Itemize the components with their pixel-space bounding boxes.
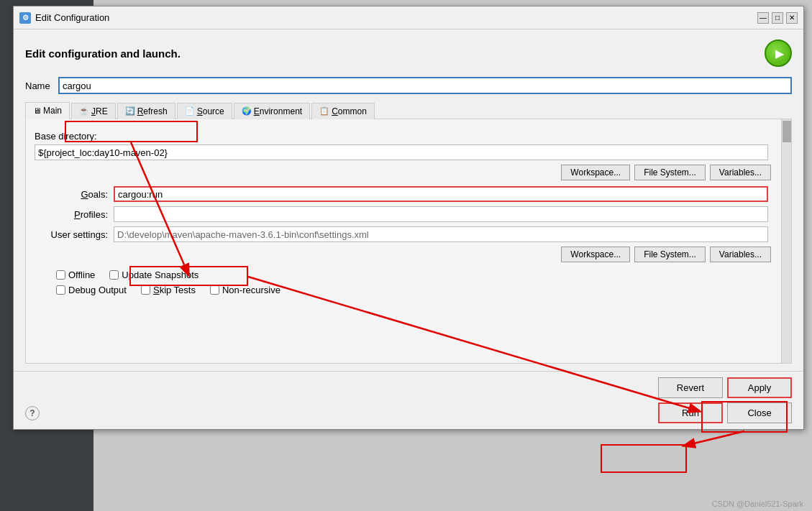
run-button[interactable]: Run (658, 402, 723, 423)
non-recursive-checkbox[interactable] (210, 285, 219, 295)
debug-output-label: Debug Output (68, 285, 127, 295)
goals-row: Goals: (35, 186, 783, 202)
variables-button-1[interactable]: Variables... (710, 165, 771, 180)
tab-common-label: Common (332, 106, 367, 116)
close-button[interactable]: Close (727, 402, 792, 423)
update-snapshots-checkbox[interactable] (109, 270, 119, 280)
user-settings-input[interactable] (114, 226, 768, 242)
user-settings-button-row: Workspace... File System... Variables... (35, 247, 783, 262)
tab-content-area: Base directory: Workspace... File System… (25, 119, 792, 364)
apply-button[interactable]: Apply (727, 377, 792, 398)
common-tab-icon: 📋 (319, 106, 329, 116)
tab-main[interactable]: 🖥 Main (25, 102, 70, 119)
run-green-button[interactable] (765, 40, 792, 67)
edit-configuration-dialog: ⚙ Edit Configuration — □ ✕ Edit configur… (13, 6, 804, 430)
non-recursive-checkbox-item[interactable]: Non-recursive (210, 285, 280, 295)
dialog-icon: ⚙ (19, 12, 31, 24)
base-dir-label: Base directory: (35, 131, 783, 142)
svg-line-3 (685, 431, 744, 446)
scrollbar-thumb (783, 121, 791, 142)
tab-refresh-label: Refresh (137, 106, 168, 116)
non-recursive-label: Non-recursive (222, 285, 280, 295)
footer-row-1: Revert Apply (25, 377, 792, 398)
profiles-label: Profiles: (35, 209, 114, 220)
revert-button[interactable]: Revert (658, 377, 723, 398)
refresh-tab-icon: 🔄 (125, 106, 135, 116)
debug-output-checkbox-item[interactable]: Debug Output (56, 285, 127, 295)
workspace-button-2[interactable]: Workspace... (561, 247, 630, 262)
footer-action-buttons: Run Close (658, 402, 792, 423)
tab-environment[interactable]: 🌍 Environment (234, 103, 310, 119)
footer-row-2: ? Run Close (25, 402, 792, 423)
name-input[interactable] (58, 77, 792, 94)
maximize-button[interactable]: □ (772, 12, 783, 24)
help-button[interactable]: ? (25, 406, 40, 420)
update-snapshots-label: Update Snapshots (122, 270, 199, 280)
title-bar: ⚙ Edit Configuration — □ ✕ (14, 6, 803, 29)
tab-refresh[interactable]: 🔄 Refresh (117, 103, 175, 119)
minimize-button[interactable]: — (757, 12, 769, 24)
workspace-button-1[interactable]: Workspace... (561, 165, 630, 180)
checkbox-row-1: Offline Update Snapshots (56, 270, 783, 280)
base-dir-input[interactable] (35, 144, 768, 160)
dialog-body: Edit configuration and launch. Name 🖥 Ma… (14, 29, 803, 371)
edit-header: Edit configuration and launch. (25, 40, 792, 67)
checkbox-row-2: Debug Output Skip Tests Non-recursive (56, 285, 783, 295)
name-row: Name (25, 77, 792, 94)
profiles-input[interactable] (114, 206, 768, 222)
edit-config-title: Edit configuration and launch. (25, 47, 181, 60)
file-system-button-2[interactable]: File System... (634, 247, 706, 262)
annotation-box-run (601, 444, 687, 473)
tab-jre[interactable]: ☕ JRE (71, 103, 116, 119)
profiles-row: Profiles: (35, 206, 783, 222)
window-controls: — □ ✕ (757, 12, 798, 24)
close-window-button[interactable]: ✕ (786, 12, 798, 24)
watermark: CSDN @Daniel521-Spark (712, 500, 803, 508)
tab-source[interactable]: 📄 Source (177, 103, 232, 119)
skip-tests-checkbox-item[interactable]: Skip Tests (141, 285, 196, 295)
dialog-footer: Revert Apply ? Run Close (14, 371, 803, 429)
env-tab-icon: 🌍 (242, 106, 252, 116)
goals-input[interactable] (114, 186, 768, 202)
checkboxes-section: Offline Update Snapshots Debug Output Sk… (35, 270, 783, 295)
dialog-title: Edit Configuration (35, 12, 757, 23)
offline-label: Offline (68, 270, 95, 280)
name-label: Name (25, 80, 54, 91)
tab-env-label: Environment (254, 106, 302, 116)
vertical-scrollbar[interactable] (781, 119, 791, 363)
goals-label: Goals: (35, 189, 114, 200)
tab-jre-label: JRE (91, 106, 108, 116)
offline-checkbox[interactable] (56, 270, 65, 280)
tab-main-label: Main (43, 106, 62, 116)
debug-output-checkbox[interactable] (56, 285, 65, 295)
tabs-bar: 🖥 Main ☕ JRE 🔄 Refresh 📄 Source 🌍 Enviro… (25, 101, 792, 119)
jre-tab-icon: ☕ (79, 106, 89, 116)
main-tab-icon: 🖥 (33, 106, 41, 115)
tab-common[interactable]: 📋 Common (311, 103, 375, 119)
skip-tests-label: Skip Tests (153, 285, 196, 295)
source-tab-icon: 📄 (185, 106, 195, 116)
user-settings-label: User settings: (35, 229, 114, 240)
tab-source-label: Source (197, 106, 224, 116)
base-dir-button-row: Workspace... File System... Variables... (35, 165, 783, 180)
user-settings-row: User settings: (35, 226, 783, 242)
update-snapshots-checkbox-item[interactable]: Update Snapshots (109, 270, 199, 280)
offline-checkbox-item[interactable]: Offline (56, 270, 95, 280)
variables-button-2[interactable]: Variables... (710, 247, 771, 262)
file-system-button-1[interactable]: File System... (634, 165, 706, 180)
skip-tests-checkbox[interactable] (141, 285, 150, 295)
